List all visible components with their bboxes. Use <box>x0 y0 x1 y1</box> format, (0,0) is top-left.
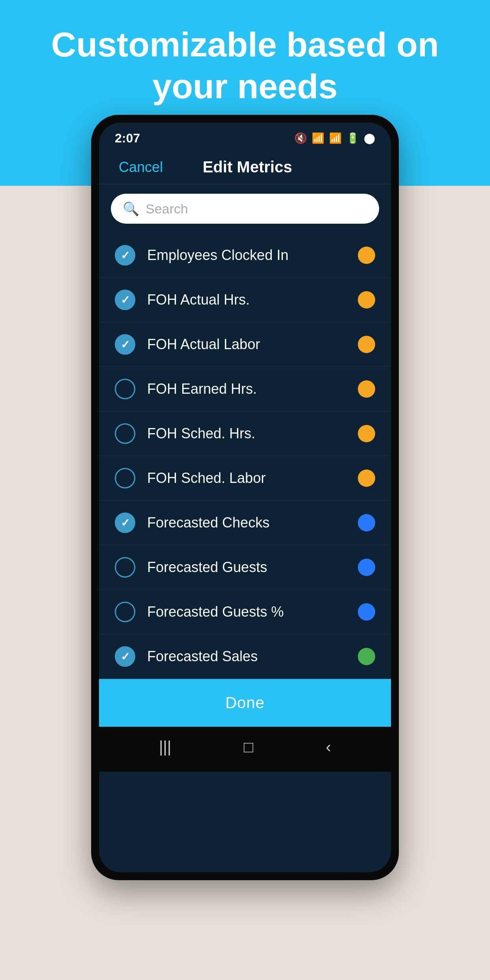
check-circle[interactable] <box>115 468 135 488</box>
metric-left: FOH Actual Labor <box>115 334 260 355</box>
metric-item[interactable]: Forecasted Guests <box>99 545 391 590</box>
metric-label: FOH Sched. Hrs. <box>147 425 255 442</box>
metric-item[interactable]: Forecasted Checks <box>99 501 391 545</box>
metric-item[interactable]: FOH Actual Labor <box>99 322 391 367</box>
metric-left: FOH Sched. Hrs. <box>115 423 255 444</box>
phone-screen: 2:07 🔇 📶 📶 🔋 ⬤ Cancel Edit Metrics 🔍 Sea… <box>99 123 391 872</box>
metric-item[interactable]: FOH Actual Hrs. <box>99 278 391 322</box>
metric-label: Employees Clocked In <box>147 247 288 264</box>
signal-icon: 📶 <box>329 132 342 144</box>
search-bar[interactable]: 🔍 Search <box>111 194 379 224</box>
metric-left: FOH Sched. Labor <box>115 468 266 488</box>
color-dot <box>358 603 375 621</box>
color-dot <box>358 291 375 309</box>
metric-left: Forecasted Checks <box>115 512 269 533</box>
metric-left: Forecasted Guests % <box>115 602 284 622</box>
color-dot <box>358 514 375 531</box>
check-circle[interactable] <box>115 290 135 310</box>
metric-label: Forecasted Sales <box>147 648 258 665</box>
color-dot <box>358 336 375 353</box>
navigation-bar: Cancel Edit Metrics <box>99 150 391 184</box>
color-dot <box>358 425 375 442</box>
color-dot <box>358 247 375 264</box>
screen-title: Edit Metrics <box>203 158 292 176</box>
check-circle[interactable] <box>115 557 135 578</box>
cancel-button[interactable]: Cancel <box>119 159 163 176</box>
metric-left: FOH Earned Hrs. <box>115 379 257 399</box>
camera-icon: ⬤ <box>364 132 375 144</box>
color-dot <box>358 559 375 576</box>
wifi-icon: 📶 <box>312 132 324 144</box>
metric-left: Employees Clocked In <box>115 245 288 266</box>
metric-label: FOH Earned Hrs. <box>147 381 257 397</box>
metric-label: Forecasted Guests <box>147 559 267 576</box>
done-button[interactable]: Done <box>99 679 391 727</box>
metric-item[interactable]: Forecasted Sales <box>99 634 391 679</box>
check-circle[interactable] <box>115 334 135 355</box>
background-area <box>0 880 490 980</box>
check-circle[interactable] <box>115 379 135 399</box>
search-icon: 🔍 <box>123 201 139 217</box>
metric-item[interactable]: FOH Sched. Labor <box>99 456 391 501</box>
phone-frame: 2:07 🔇 📶 📶 🔋 ⬤ Cancel Edit Metrics 🔍 Sea… <box>91 115 399 880</box>
metric-left: FOH Actual Hrs. <box>115 290 250 310</box>
metric-item[interactable]: Employees Clocked In <box>99 233 391 278</box>
check-circle[interactable] <box>115 423 135 444</box>
metric-left: Forecasted Sales <box>115 646 258 667</box>
check-circle[interactable] <box>115 602 135 622</box>
status-time: 2:07 <box>115 131 140 146</box>
search-container: 🔍 Search <box>99 184 391 233</box>
check-circle[interactable] <box>115 245 135 266</box>
color-dot <box>358 648 375 665</box>
metric-label: FOH Sched. Labor <box>147 470 266 486</box>
check-circle[interactable] <box>115 512 135 533</box>
status-bar: 2:07 🔇 📶 📶 🔋 ⬤ <box>99 123 391 150</box>
color-dot <box>358 380 375 398</box>
mute-icon: 🔇 <box>294 132 307 144</box>
metric-label: Forecasted Guests % <box>147 604 284 620</box>
metrics-list: Employees Clocked InFOH Actual Hrs.FOH A… <box>99 233 391 679</box>
home-icon[interactable]: □ <box>244 738 253 756</box>
metric-label: Forecasted Checks <box>147 514 269 531</box>
metric-item[interactable]: FOH Sched. Hrs. <box>99 411 391 456</box>
status-icons: 🔇 📶 📶 🔋 ⬤ <box>294 132 375 144</box>
search-input[interactable]: Search <box>146 201 188 217</box>
check-circle[interactable] <box>115 646 135 667</box>
metric-item[interactable]: Forecasted Guests % <box>99 590 391 634</box>
battery-icon: 🔋 <box>346 132 359 144</box>
metric-left: Forecasted Guests <box>115 557 267 578</box>
metric-label: FOH Actual Hrs. <box>147 292 250 308</box>
metric-item[interactable]: FOH Earned Hrs. <box>99 367 391 411</box>
banner-title: Customizable based on your needs <box>32 24 458 107</box>
metric-label: FOH Actual Labor <box>147 336 260 353</box>
color-dot <box>358 469 375 487</box>
back-icon[interactable]: ‹ <box>326 738 331 756</box>
bottom-navigation: ||| □ ‹ <box>99 727 391 772</box>
recent-apps-icon[interactable]: ||| <box>159 738 171 756</box>
